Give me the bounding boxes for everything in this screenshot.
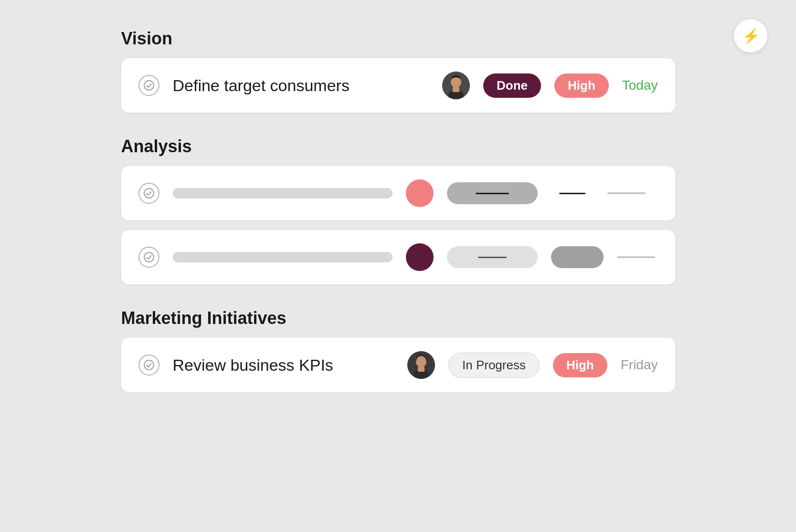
date-text-today: Today (622, 78, 658, 93)
task-card-define-target[interactable]: Define target consumers Done High Today (121, 58, 675, 113)
task-title-1: Define target consumers (173, 76, 429, 95)
vision-label: Vision (121, 29, 675, 49)
task-card-review-kpis[interactable]: Review business KPIs In Progress High Fr… (121, 338, 675, 392)
bar-placeholder-1 (607, 192, 646, 194)
avatar-2 (407, 351, 435, 379)
analysis-label: Analysis (121, 136, 675, 156)
marketing-label: Marketing Initiatives (121, 308, 675, 328)
task-title-4: Review business KPIs (173, 356, 394, 375)
dash-2 (559, 193, 585, 194)
check-icon-4 (138, 355, 159, 376)
bar-placeholder-2 (617, 256, 655, 258)
dash-container-1 (551, 193, 594, 194)
svg-point-0 (144, 81, 154, 90)
task-card-analysis-2[interactable] (121, 230, 675, 284)
analysis-section: Analysis (121, 136, 675, 284)
check-icon-3 (138, 247, 159, 268)
priority-badge-high-2[interactable]: High (553, 353, 607, 377)
svg-point-9 (416, 356, 426, 367)
priority-badge-high-1[interactable]: High (554, 73, 609, 98)
svg-point-7 (144, 360, 154, 370)
avatar-circle-pink (406, 179, 434, 207)
check-icon-1 (138, 75, 159, 96)
status-badge-done[interactable]: Done (483, 73, 541, 98)
svg-rect-11 (418, 367, 425, 372)
task-placeholder-2 (173, 252, 393, 262)
lightning-icon: ⚡ (742, 28, 760, 44)
status-placeholder-2 (447, 246, 538, 268)
svg-point-6 (144, 252, 154, 262)
date-text-friday: Friday (621, 357, 658, 373)
svg-rect-4 (453, 87, 459, 92)
task-placeholder-1 (173, 188, 393, 198)
avatar-circle-purple (406, 243, 434, 271)
dash-1 (476, 193, 509, 194)
vision-section: Vision Define target consumers (121, 29, 675, 113)
task-card-analysis-1[interactable] (121, 166, 675, 220)
svg-point-5 (144, 188, 154, 198)
status-badge-in-progress[interactable]: In Progress (448, 353, 540, 378)
priority-placeholder-2 (551, 246, 604, 268)
avatar-1 (442, 72, 470, 99)
main-container: Vision Define target consumers (64, 0, 732, 445)
lightning-button[interactable]: ⚡ (734, 19, 767, 52)
check-icon-2 (138, 183, 159, 204)
marketing-section: Marketing Initiatives Review business KP… (121, 308, 675, 392)
status-placeholder-1 (447, 182, 538, 204)
dash-3 (478, 257, 507, 258)
